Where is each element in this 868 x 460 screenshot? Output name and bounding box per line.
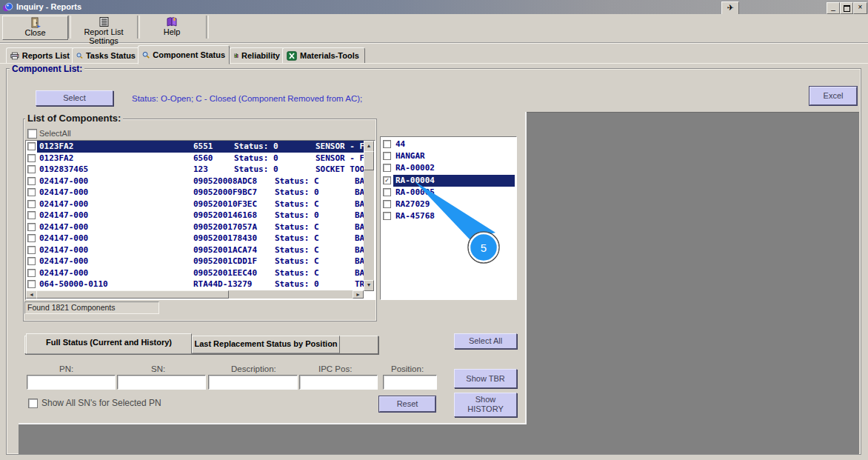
sn-input[interactable] (117, 375, 206, 390)
location-checkbox[interactable] (383, 188, 391, 196)
tab-reliability[interactable]: Reliability (230, 47, 284, 64)
tab-label: Tasks Status (86, 51, 136, 60)
row-pn: 0123FA2 (39, 153, 73, 163)
component-row[interactable]: 024147-000090520017057AStatus: CBA (26, 221, 364, 233)
row-status: Status: 0 (234, 141, 278, 151)
title-bar[interactable]: Inquiry - Reports ✈ _ × (0, 0, 868, 14)
plane-button[interactable]: ✈ (721, 1, 739, 15)
tab-label: Materials-Tools (300, 51, 359, 60)
position-label: Position: (391, 364, 424, 373)
scroll-right-icon: ► (355, 292, 361, 297)
help-button[interactable]: Help (140, 16, 204, 39)
row-checkbox[interactable] (27, 234, 36, 242)
row-checkbox[interactable] (27, 200, 36, 208)
row-checkbox[interactable] (27, 257, 36, 265)
component-row[interactable]: 0123FA26560Status: 0SENSOR - F (26, 153, 364, 164)
row-sn: 0905200178430 (193, 233, 257, 243)
row-status: Status: C (275, 256, 319, 266)
scroll-down-button[interactable]: ▼ (364, 280, 374, 291)
select-all-checkbox-label: SelectAll (39, 129, 71, 138)
row-checkbox[interactable] (27, 177, 36, 185)
tab-tasks-status[interactable]: Tasks Status (72, 47, 140, 64)
row-checkbox[interactable] (27, 154, 36, 162)
location-row[interactable]: RA27029 (381, 199, 515, 210)
location-checkbox[interactable] (383, 152, 391, 160)
show-history-line1: Show (475, 395, 496, 404)
row-status: Status: C (275, 176, 319, 186)
component-row[interactable]: 024147-00009052001EEC40Status: CBA (26, 267, 364, 279)
select-all-button[interactable]: Select All (454, 333, 517, 349)
component-row[interactable]: 024147-00009052000F9BC7Status: 0BA (26, 187, 364, 199)
minimize-button[interactable]: _ (827, 2, 840, 14)
tab-materials-tools[interactable]: Materials-Tools (282, 47, 365, 64)
location-row[interactable]: HANGAR (381, 150, 515, 162)
location-checkbox[interactable]: ✓ (383, 176, 391, 184)
row-sn: 090520010F3EC (193, 199, 257, 209)
component-rows: 0123FA26551Status: 0SENSOR - F0123FA2656… (26, 141, 364, 290)
location-row[interactable]: RA-00002 (381, 162, 515, 174)
pn-input[interactable] (27, 375, 116, 390)
component-row[interactable]: 024147-00009052001ACA74Status: CBA (26, 244, 364, 256)
component-row[interactable]: 024147-00009052001CDD1FStatus: CBA (26, 256, 364, 267)
row-sn: 09052000F9BC7 (193, 187, 257, 197)
row-checkbox[interactable] (27, 142, 36, 150)
row-checkbox[interactable] (27, 269, 36, 277)
row-checkbox[interactable] (27, 165, 36, 173)
hscroll-thumb[interactable] (36, 290, 229, 299)
scroll-right-button[interactable]: ► (353, 290, 364, 299)
excel-button[interactable]: Excel (809, 87, 857, 105)
description-label: Description: (231, 364, 276, 373)
component-row[interactable]: 024147-0000905200178430Status: CBA (26, 233, 364, 244)
restore-button[interactable] (840, 2, 853, 14)
subtab-full-status[interactable]: Full Status (Current and History) (26, 333, 192, 354)
tab-component-status[interactable]: Component Status (138, 45, 230, 64)
vscroll-thumb[interactable] (364, 151, 374, 170)
select-all-checkbox[interactable] (27, 129, 37, 139)
select-button[interactable]: Select (36, 90, 113, 106)
location-label: RA-00004 (395, 176, 435, 185)
description-input[interactable] (208, 375, 298, 390)
scroll-left-button[interactable]: ◄ (26, 290, 37, 299)
scroll-down-icon: ▼ (367, 282, 372, 287)
tab-reports-list[interactable]: Reports List (6, 47, 74, 64)
scroll-up-button[interactable]: ▲ (364, 141, 374, 152)
location-row[interactable]: RA-45768 (381, 210, 515, 222)
row-pn: 024147-000 (39, 222, 88, 232)
report-list-settings-label: Report List Settings (84, 27, 123, 45)
location-checkbox[interactable] (383, 164, 391, 172)
subtab-last-replacement[interactable]: Last Replacement Status by Position (192, 336, 340, 353)
location-checkbox[interactable] (383, 212, 391, 220)
location-listbox[interactable]: 44HANGARRA-00002✓RA-00004RA-00005RA27029… (380, 136, 517, 300)
pn-label: PN: (59, 364, 73, 373)
component-row[interactable]: 064-50000-0110RTA44D-13279Status: 0TR (26, 279, 364, 290)
position-input[interactable] (383, 375, 437, 390)
row-sn: 090520017057A (193, 222, 257, 232)
component-row[interactable]: 024147-0000905200146168Status: 0BA (26, 210, 364, 221)
show-tbr-button[interactable]: Show TBR (454, 369, 517, 388)
location-row[interactable]: RA-00005 (381, 187, 515, 199)
location-row[interactable]: 44 (381, 139, 515, 150)
report-list-settings-button[interactable]: Report List Settings (71, 16, 136, 39)
location-checkbox[interactable] (383, 200, 391, 208)
close-window-button[interactable]: × (853, 2, 867, 14)
select-all-button-label: Select All (469, 336, 502, 345)
location-row[interactable]: ✓RA-00004 (381, 175, 515, 187)
show-all-sn-checkbox[interactable] (28, 399, 38, 408)
ipc-pos-input[interactable] (299, 375, 378, 390)
component-vscrollbar[interactable]: ▲ ▼ (364, 141, 374, 290)
location-checkbox[interactable] (383, 140, 391, 148)
component-row[interactable]: 0192837465123Status: 0SOCKET TOO (26, 164, 364, 176)
row-checkbox[interactable] (27, 188, 36, 196)
row-checkbox[interactable] (27, 223, 36, 231)
component-listbox[interactable]: 0123FA26551Status: 0SENSOR - F0123FA2656… (25, 140, 375, 300)
component-row[interactable]: 024147-000090520010F3ECStatus: CBA (26, 199, 364, 210)
component-row[interactable]: 024147-000090520008ADC8Status: CBA (26, 176, 364, 187)
close-button[interactable]: Close (2, 16, 68, 40)
reset-button[interactable]: Reset (379, 396, 435, 412)
row-checkbox[interactable] (27, 211, 36, 219)
row-checkbox[interactable] (27, 280, 36, 288)
component-hscrollbar[interactable]: ◄ ► (26, 290, 364, 299)
show-history-button[interactable]: Show HISTORY (454, 393, 517, 417)
row-checkbox[interactable] (27, 246, 36, 254)
component-row[interactable]: 0123FA26551Status: 0SENSOR - F (26, 141, 364, 153)
